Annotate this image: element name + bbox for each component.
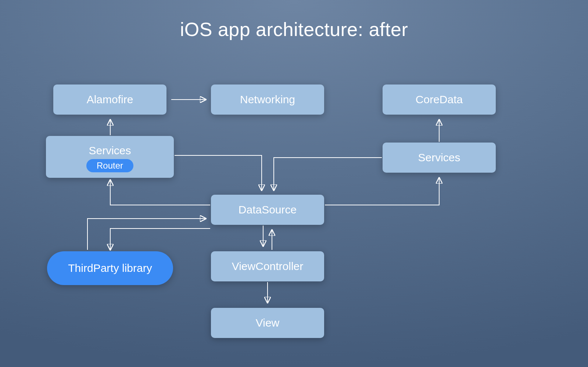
node-label: View — [256, 317, 279, 329]
node-label: Alamofire — [87, 93, 133, 106]
node-alamofire: Alamofire — [53, 84, 166, 115]
node-label: CoreData — [416, 93, 463, 106]
node-datasource: DataSource — [211, 195, 324, 225]
node-label: Services — [89, 144, 131, 157]
node-label: Networking — [240, 93, 295, 106]
node-label: Services — [418, 151, 460, 164]
node-networking: Networking — [211, 84, 324, 115]
node-viewcontroller: ViewController — [211, 251, 324, 281]
node-services-right: Services — [383, 143, 496, 173]
node-label: DataSource — [239, 204, 297, 216]
node-label: ThirdParty library — [68, 262, 152, 274]
node-coredata: CoreData — [383, 84, 496, 115]
node-services-left: Services Router — [46, 136, 174, 178]
diagram-canvas: Alamofire Networking CoreData Services R… — [0, 0, 588, 367]
router-pill: Router — [86, 159, 133, 172]
node-view: View — [211, 308, 324, 338]
node-thirdparty: ThirdParty library — [47, 251, 173, 285]
node-label: ViewController — [232, 260, 304, 273]
